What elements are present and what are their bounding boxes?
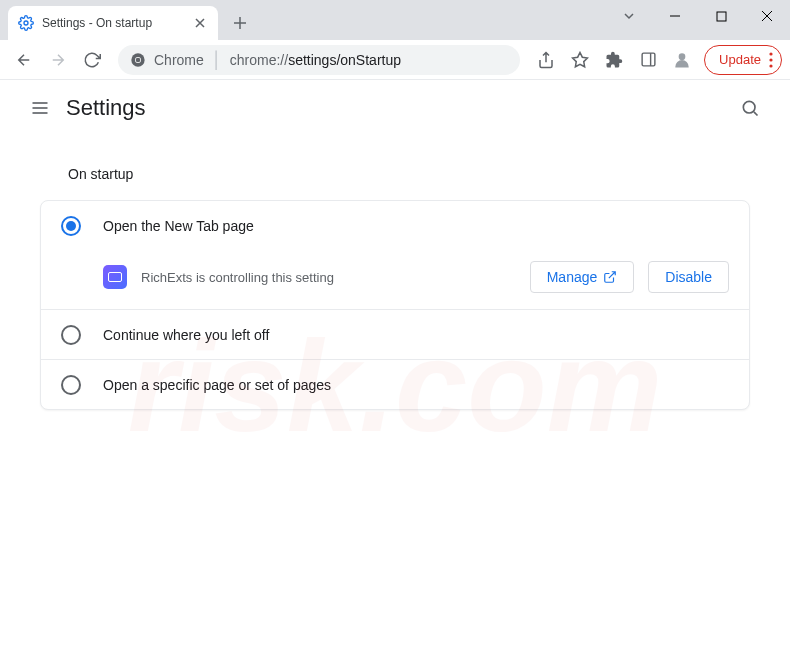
address-url: chrome://settings/onStartup xyxy=(230,52,401,68)
startup-options-card: Open the New Tab page RichExts is contro… xyxy=(40,200,750,410)
update-label: Update xyxy=(719,52,761,67)
tab-title: Settings - On startup xyxy=(42,16,192,30)
side-panel-icon[interactable] xyxy=(632,44,664,76)
svg-point-9 xyxy=(769,52,772,55)
menu-dots-icon xyxy=(769,52,773,68)
svg-point-8 xyxy=(679,53,686,60)
svg-point-10 xyxy=(769,58,772,61)
minimize-button[interactable] xyxy=(652,0,698,32)
new-tab-button[interactable] xyxy=(226,9,254,37)
svg-point-15 xyxy=(743,101,755,113)
maximize-button[interactable] xyxy=(698,0,744,32)
external-link-icon xyxy=(603,270,617,284)
forward-button[interactable] xyxy=(42,44,74,76)
svg-line-16 xyxy=(754,112,758,116)
update-button[interactable]: Update xyxy=(704,45,782,75)
option-continue[interactable]: Continue where you left off xyxy=(41,309,749,359)
radio-unselected-icon[interactable] xyxy=(61,325,81,345)
disable-label: Disable xyxy=(665,269,712,285)
extension-notice-text: RichExts is controlling this setting xyxy=(141,270,516,285)
page-title: Settings xyxy=(66,95,146,121)
browser-tab[interactable]: Settings - On startup xyxy=(8,6,218,40)
back-button[interactable] xyxy=(8,44,40,76)
extension-app-icon xyxy=(103,265,127,289)
svg-point-0 xyxy=(24,21,28,25)
extensions-icon[interactable] xyxy=(598,44,630,76)
address-bar[interactable]: Chrome │ chrome://settings/onStartup xyxy=(118,45,520,75)
section-title: On startup xyxy=(68,166,750,182)
option-open-new-tab[interactable]: Open the New Tab page xyxy=(41,201,749,251)
svg-point-11 xyxy=(769,64,772,67)
share-icon[interactable] xyxy=(530,44,562,76)
svg-marker-5 xyxy=(573,52,588,66)
radio-selected-icon[interactable] xyxy=(61,216,81,236)
settings-main: On startup Open the New Tab page RichExt… xyxy=(0,136,790,426)
manage-button[interactable]: Manage xyxy=(530,261,635,293)
radio-unselected-icon[interactable] xyxy=(61,375,81,395)
tab-close-button[interactable] xyxy=(192,15,208,31)
manage-label: Manage xyxy=(547,269,598,285)
tab-search-button[interactable] xyxy=(606,0,652,32)
svg-rect-1 xyxy=(717,12,726,21)
window-controls xyxy=(606,0,790,32)
settings-header: Settings xyxy=(0,80,790,136)
svg-rect-6 xyxy=(642,53,655,66)
option-label: Open a specific page or set of pages xyxy=(103,377,331,393)
reload-button[interactable] xyxy=(76,44,108,76)
disable-button[interactable]: Disable xyxy=(648,261,729,293)
chrome-icon xyxy=(130,52,146,68)
extension-notice-row: RichExts is controlling this setting Man… xyxy=(41,251,749,309)
option-label: Open the New Tab page xyxy=(103,218,254,234)
address-scheme-label: Chrome xyxy=(154,52,204,68)
profile-avatar-icon[interactable] xyxy=(666,44,698,76)
gear-icon xyxy=(18,15,34,31)
browser-toolbar: Chrome │ chrome://settings/onStartup Upd… xyxy=(0,40,790,80)
option-label: Continue where you left off xyxy=(103,327,269,343)
close-window-button[interactable] xyxy=(744,0,790,32)
window-titlebar: Settings - On startup xyxy=(0,0,790,40)
hamburger-menu-button[interactable] xyxy=(20,88,60,128)
bookmark-star-icon[interactable] xyxy=(564,44,596,76)
svg-point-4 xyxy=(136,57,141,62)
search-settings-button[interactable] xyxy=(730,88,770,128)
option-specific-pages[interactable]: Open a specific page or set of pages xyxy=(41,359,749,409)
